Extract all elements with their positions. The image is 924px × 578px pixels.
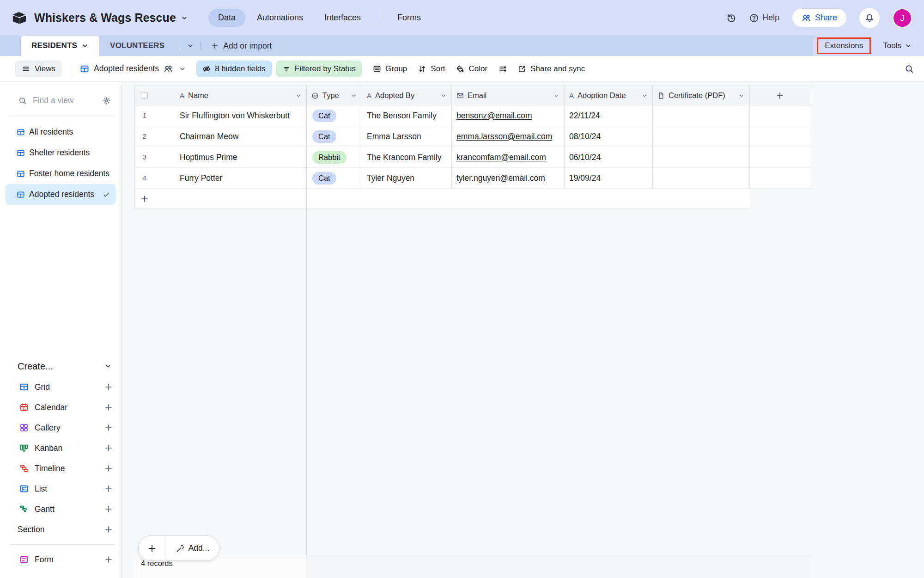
table-row[interactable]: 2Chairman MeowCatEmma Larssonemma.larsso… (135, 126, 810, 147)
cell-adopted-by[interactable]: Tyler Nguyen (362, 168, 452, 188)
base-title-chevron-icon[interactable] (181, 14, 188, 22)
cell-email[interactable]: bensonz@email.com (452, 105, 565, 126)
create-item-list[interactable]: List (0, 479, 121, 499)
current-view-control[interactable]: Adopted residents (80, 64, 186, 74)
table-row[interactable]: 4Furry PotterCatTyler Nguyentyler.nguyen… (135, 168, 810, 189)
hidden-fields-button[interactable]: 8 hidden fields (196, 61, 272, 77)
cell-email[interactable]: tyler.nguyen@email.com (452, 168, 565, 188)
cell-adoption-date[interactable]: 19/09/24 (565, 168, 653, 188)
sidebar-divider (9, 116, 115, 116)
create-item-kanban[interactable]: Kanban (0, 438, 121, 458)
share-people-icon (802, 13, 811, 23)
sidebar-view-foster-home-residents[interactable]: Foster home residents (6, 163, 116, 184)
email-link[interactable]: tyler.nguyen@email.com (456, 173, 545, 183)
cell-name[interactable]: Chairman Meow (154, 126, 307, 147)
avatar[interactable]: J (893, 8, 912, 28)
share-button[interactable]: Share (792, 9, 846, 27)
create-item-timeline[interactable]: Timeline (0, 458, 121, 479)
group-button[interactable]: Group (373, 64, 407, 74)
column-header-email[interactable]: Email (452, 86, 565, 105)
tab-residents[interactable]: RESIDENTS (21, 36, 99, 56)
nav-item-forms[interactable]: Forms (388, 9, 431, 27)
plus-icon (104, 464, 113, 473)
paint-icon (456, 65, 464, 73)
add-or-import-button[interactable]: Add or import (206, 41, 277, 51)
cell-type[interactable]: Cat (307, 126, 362, 147)
gear-icon[interactable] (103, 97, 111, 105)
column-header-type[interactable]: Type (307, 86, 362, 105)
views-button[interactable]: Views (15, 61, 62, 77)
views-list: All residentsShelter residentsFoster hom… (0, 122, 121, 205)
cell-certificate[interactable] (653, 105, 750, 126)
create-item-gantt[interactable]: Gantt (0, 499, 121, 519)
sidebar-view-adopted-residents[interactable]: Adopted residents (6, 184, 116, 205)
share-and-sync-button[interactable]: Share and sync (518, 64, 585, 74)
row-height-icon[interactable] (498, 65, 507, 73)
chevron-down-icon (104, 363, 112, 370)
cell-email[interactable]: emma.larsson@email.com (452, 126, 565, 147)
add-with-ai-button[interactable]: Add... (165, 536, 219, 560)
nav-item-automations[interactable]: Automations (247, 9, 313, 27)
email-link[interactable]: krancomfam@email.com (456, 153, 546, 162)
column-header-adoption-date[interactable]: AAdoption Date (565, 86, 653, 105)
email-link[interactable]: bensonz@email.com (456, 111, 532, 121)
cell-name[interactable]: Furry Potter (154, 168, 307, 188)
cell-adoption-date[interactable]: 22/11/24 (565, 105, 653, 126)
row-number: 4 (135, 168, 154, 188)
table-row[interactable]: 1Sir Fluffington von WhiskerbuttCatThe B… (135, 105, 810, 126)
nav-item-data[interactable]: Data (208, 9, 245, 27)
plus-icon (147, 544, 157, 553)
add-field-button[interactable] (750, 86, 810, 105)
extensions-button[interactable]: Extensions (817, 37, 871, 54)
email-link[interactable]: emma.larsson@email.com (456, 132, 552, 141)
cell-adoption-date[interactable]: 08/10/24 (565, 126, 653, 147)
select-all-checkbox[interactable] (141, 92, 148, 99)
sort-button[interactable]: Sort (418, 64, 445, 74)
cell-name[interactable]: Hoptimus Prime (154, 147, 307, 167)
nav-item-interfaces[interactable]: Interfaces (315, 9, 371, 27)
field-text-icon: A (180, 92, 184, 99)
create-item-label: Timeline (35, 464, 65, 473)
cell-adoption-date[interactable]: 06/10/24 (565, 147, 653, 167)
add-row[interactable] (135, 189, 750, 209)
cell-certificate[interactable] (653, 168, 750, 188)
find-view-input[interactable] (33, 96, 97, 105)
cell-type[interactable]: Rabbit (307, 147, 362, 167)
column-header-name[interactable]: AName (154, 86, 307, 105)
cell-email[interactable]: krancomfam@email.com (452, 147, 565, 167)
sidebar-view-all-residents[interactable]: All residents (6, 122, 116, 142)
cell-adopted-by[interactable]: Emma Larsson (362, 126, 452, 147)
view-label: Adopted residents (29, 190, 94, 199)
history-icon[interactable] (726, 13, 736, 23)
cell-adopted-by[interactable]: The Krancom Family (362, 147, 452, 167)
create-item-calendar[interactable]: 31Calendar (0, 397, 121, 418)
table-row[interactable]: 3Hoptimus PrimeRabbitThe Krancom Familyk… (135, 147, 810, 168)
create-item-section[interactable]: Section (0, 519, 121, 540)
tools-button[interactable]: Tools (883, 41, 912, 50)
color-button[interactable]: Color (456, 64, 487, 74)
cell-name[interactable]: Sir Fluffington von Whiskerbutt (154, 105, 307, 126)
create-item-form[interactable]: Form (0, 549, 121, 570)
cell-adopted-by[interactable]: The Benson Family (362, 105, 452, 126)
cell-certificate[interactable] (653, 126, 750, 147)
cell-certificate[interactable] (653, 147, 750, 167)
tab-volunteers[interactable]: VOLUNTEERS (99, 36, 175, 56)
tab-list-chevron-icon[interactable] (187, 42, 194, 49)
help-button[interactable]: Help (749, 13, 779, 23)
create-item-grid[interactable]: Grid (0, 377, 121, 397)
chevron-down-icon (641, 92, 648, 99)
column-header-certificate-pdf[interactable]: Certificate (PDF) (653, 86, 750, 105)
add-record-button[interactable] (139, 536, 165, 560)
cell-type[interactable]: Cat (307, 168, 362, 188)
search-icon[interactable] (905, 64, 914, 74)
field-file-icon (657, 92, 665, 99)
cell-type[interactable]: Cat (307, 105, 362, 126)
base-title[interactable]: Whiskers & Wags Rescue (34, 11, 176, 25)
column-header-adopted-by[interactable]: AAdopted By (362, 86, 452, 105)
filter-button[interactable]: Filtered by Status (276, 61, 362, 77)
create-section-header[interactable]: Create... (0, 356, 121, 377)
sidebar-view-shelter-residents[interactable]: Shelter residents (6, 142, 116, 163)
create-item-gallery[interactable]: Gallery (0, 418, 121, 438)
notifications-button[interactable] (859, 8, 880, 28)
views-label: Views (35, 64, 55, 74)
